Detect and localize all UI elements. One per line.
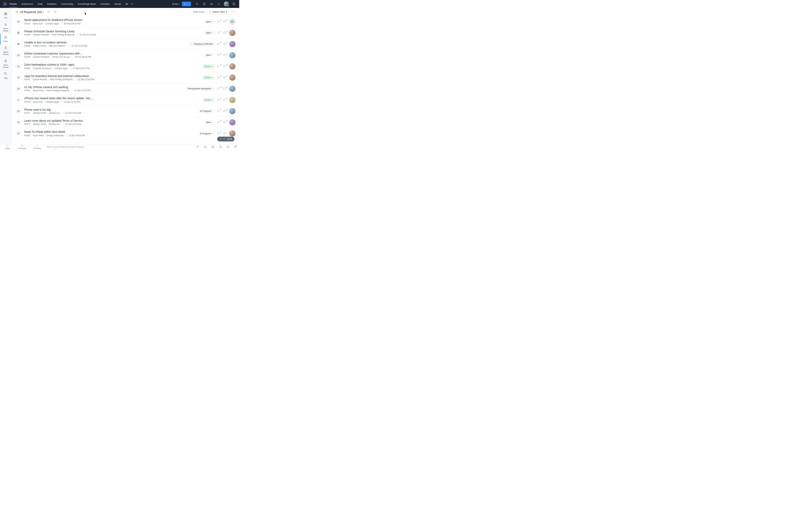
smart-chat-input[interactable]: Here is your Smart Chat (Ctrl+Space) [44,146,194,148]
sidebar-item-team-feeds[interactable]: TeamFeeds [0,21,11,34]
threads-count[interactable]: 2 [223,109,227,113]
sidebar-item-views[interactable]: Views [0,34,11,45]
popout-icon[interactable] [232,146,239,148]
assignee-avatar[interactable] [229,52,236,59]
status-picker[interactable]: Closed▾ [203,98,214,102]
app-launcher-icon[interactable] [231,1,236,6]
threads-count[interactable]: 1 [223,54,227,57]
calendar-dot-icon[interactable] [209,146,217,148]
gamification-icon[interactable] [209,1,214,6]
ticket-subject[interactable]: Deliver contextual customer experiences … [24,52,201,55]
assignee-avatar[interactable] [229,86,236,92]
search-icon[interactable] [194,1,200,6]
chevron-down-icon[interactable]: ▾ [188,3,191,5]
nav-link-customers[interactable]: Customers [21,1,33,8]
nav-link-analytics[interactable]: Analytics [47,1,57,8]
more-actions-button[interactable]: ⋯ [231,9,235,14]
app-logo[interactable] [3,2,7,6]
status-picker[interactable]: Open▾ [204,53,214,57]
ticket-row[interactable]: Phone case is too big#1577Jacklyn SmithA… [11,106,239,117]
tasks-count[interactable]: 3 [217,87,221,91]
status-picker[interactable]: Closed▾ [203,64,214,68]
assignee-avatar[interactable] [229,119,236,125]
nav-link-im[interactable]: IM [125,1,129,8]
nav-link-knowledge-base[interactable]: Knowledge Base [78,1,96,8]
tasks-count[interactable]: 1 [217,132,221,135]
ticket-subject[interactable]: Phone case is too big [24,108,196,111]
tasks-count[interactable]: 2 [217,109,221,113]
status-picker[interactable]: Open▾ [204,20,214,24]
nav-link-community[interactable]: Community [61,1,74,8]
assignee-avatar[interactable] [229,30,236,36]
ticket-row[interactable]: Zoho Marketplace rockets to 1000+ apps#1… [11,61,239,72]
status-picker[interactable]: In Progress▾ [198,131,214,135]
threads-count[interactable] [223,132,227,135]
record-counter-pill[interactable]: 11/94 [217,136,235,141]
threads-count[interactable]: 4 [223,31,227,35]
status-picker[interactable]: Open▾ [204,120,214,124]
threads-count[interactable]: 4 [223,121,227,124]
assignee-avatar[interactable] [229,74,236,81]
footer-tab-contacts[interactable]: Contacts [30,145,44,150]
tasks-count[interactable]: 3 [217,76,221,79]
tasks-count[interactable]: 2 [217,54,221,57]
user-avatar[interactable] [223,1,229,6]
status-picker[interactable]: Open▾ [204,31,214,35]
status-picker[interactable]: Closed▾ [203,75,214,79]
ticket-subject[interactable]: Zoho Marketplace rockets to 1000+ apps [24,63,200,66]
status-picker[interactable]: Development Inprogress▾ [186,87,214,91]
assignee-avatar[interactable]: DE [229,19,236,25]
view-title[interactable]: All Requests [20,10,36,14]
workspace-switcher[interactable]: zPad▾ [172,3,179,5]
ticket-subject[interactable]: Hi, My zPhone camera isn't working [24,86,183,89]
tasks-count[interactable]: 1 [217,31,221,35]
ticket-subject[interactable]: Learn more about our updated Terms of Se… [24,119,201,122]
ticket-subject[interactable]: Please Schedule Device Servicing Camp [24,30,201,33]
nav-more-icon[interactable] [130,1,135,6]
assignee-avatar[interactable] [229,108,236,114]
ticket-row[interactable]: Need replacement for shattered zPhone sc… [11,16,239,27]
tasks-count[interactable]: 4 [217,65,221,68]
nav-link-tickets[interactable]: Tickets [9,0,17,8]
settings-icon[interactable] [216,1,221,6]
tag-chip[interactable]: Shipping Confirmed [189,42,214,46]
ticket-subject[interactable]: zPhone has slowed down after the recent … [24,97,200,100]
threads-count[interactable]: 1 [223,43,227,46]
ticket-row[interactable]: zPhone has slowed down after the recent … [11,95,239,106]
tasks-count[interactable]: 2 [217,20,221,23]
sidebar-item-agent-queue[interactable]: AgentQueue [0,45,11,58]
nav-link-social[interactable]: Social [114,1,121,8]
filter-icon[interactable] [47,10,50,14]
threads-count[interactable]: 2 [223,20,227,23]
nav-link-activities[interactable]: Activities [100,1,110,8]
tasks-count[interactable]: 3 [217,121,221,124]
ticket-subject[interactable]: Need replacement for shattered zPhone sc… [24,19,201,22]
ticket-row[interactable]: Need 75 zPads within Next Week#1562Ryan … [11,128,239,139]
ticket-row[interactable]: Hi, My zPhone camera isn't working#1591S… [11,83,239,95]
sidebar-item-team-queue[interactable]: TeamQueue [0,57,11,70]
tasks-count[interactable]: 5 [217,98,221,102]
add-button[interactable]: + ▾ [182,2,191,6]
threads-count[interactable]: 3 [223,98,227,102]
assignee-avatar[interactable] [229,130,236,137]
ticket-row[interactable]: Unable to turn on location services#1608… [11,39,239,50]
chat-icon[interactable] [224,146,232,148]
footer-tab-channels[interactable]: Channels [15,145,30,150]
assignee-avatar[interactable] [229,41,236,47]
ticket-row[interactable]: Learn more about our updated Terms of Se… [11,117,239,128]
ticket-row[interactable]: Please Schedule Device Servicing Camp#16… [11,27,239,38]
ticket-subject[interactable]: Unable to turn on location services [24,41,187,44]
ticket-row[interactable]: Deliver contextual customer experiences … [11,50,239,61]
assignee-avatar[interactable] [229,63,236,70]
sidebar-item-tags[interactable]: Tags [0,70,11,81]
sidebar-item-hq[interactable]: HQ [0,10,11,21]
status-picker[interactable]: In Progress▾ [198,109,214,113]
chevron-down-icon[interactable]: ▾ [43,11,44,13]
threads-count[interactable]: 6 [223,87,227,91]
zia-icon[interactable] [194,146,201,148]
notifications-icon[interactable] [202,1,207,6]
ticket-subject[interactable]: Need 75 zPads within Next Week [24,130,196,134]
footer-tab-chats[interactable]: Chats [0,145,15,150]
threads-count[interactable]: 9 [223,76,227,79]
keyboard-icon[interactable] [201,146,209,148]
